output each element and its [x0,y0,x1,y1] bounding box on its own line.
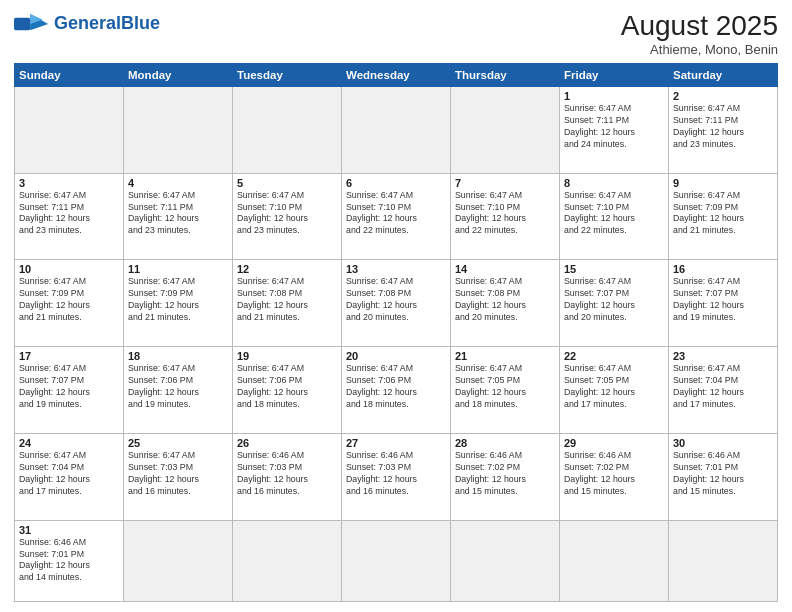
week-row-3: 10Sunrise: 6:47 AM Sunset: 7:09 PM Dayli… [15,260,778,347]
day-number: 21 [455,350,555,362]
day-number: 31 [19,524,119,536]
day-cell: 31Sunrise: 6:46 AM Sunset: 7:01 PM Dayli… [15,520,124,601]
calendar-table: SundayMondayTuesdayWednesdayThursdayFrid… [14,63,778,602]
week-row-2: 3Sunrise: 6:47 AM Sunset: 7:11 PM Daylig… [15,173,778,260]
day-cell: 3Sunrise: 6:47 AM Sunset: 7:11 PM Daylig… [15,173,124,260]
day-info: Sunrise: 6:47 AM Sunset: 7:10 PM Dayligh… [346,190,446,238]
day-number: 26 [237,437,337,449]
day-info: Sunrise: 6:47 AM Sunset: 7:04 PM Dayligh… [673,363,773,411]
day-number: 10 [19,263,119,275]
title-block: August 2025 Athieme, Mono, Benin [621,10,778,57]
day-number: 20 [346,350,446,362]
day-number: 29 [564,437,664,449]
day-cell [342,520,451,601]
day-number: 15 [564,263,664,275]
week-row-5: 24Sunrise: 6:47 AM Sunset: 7:04 PM Dayli… [15,433,778,520]
weekday-tuesday: Tuesday [233,64,342,87]
day-number: 14 [455,263,555,275]
day-cell: 14Sunrise: 6:47 AM Sunset: 7:08 PM Dayli… [451,260,560,347]
day-number: 9 [673,177,773,189]
day-cell: 7Sunrise: 6:47 AM Sunset: 7:10 PM Daylig… [451,173,560,260]
day-cell [451,520,560,601]
day-number: 6 [346,177,446,189]
day-cell: 18Sunrise: 6:47 AM Sunset: 7:06 PM Dayli… [124,347,233,434]
day-cell: 19Sunrise: 6:47 AM Sunset: 7:06 PM Dayli… [233,347,342,434]
day-cell: 29Sunrise: 6:46 AM Sunset: 7:02 PM Dayli… [560,433,669,520]
day-info: Sunrise: 6:46 AM Sunset: 7:02 PM Dayligh… [564,450,664,498]
day-cell: 10Sunrise: 6:47 AM Sunset: 7:09 PM Dayli… [15,260,124,347]
day-number: 13 [346,263,446,275]
day-cell: 8Sunrise: 6:47 AM Sunset: 7:10 PM Daylig… [560,173,669,260]
day-info: Sunrise: 6:47 AM Sunset: 7:09 PM Dayligh… [19,276,119,324]
day-info: Sunrise: 6:47 AM Sunset: 7:06 PM Dayligh… [346,363,446,411]
day-cell [124,520,233,601]
day-number: 19 [237,350,337,362]
day-info: Sunrise: 6:47 AM Sunset: 7:04 PM Dayligh… [19,450,119,498]
day-info: Sunrise: 6:47 AM Sunset: 7:07 PM Dayligh… [564,276,664,324]
week-row-1: 1Sunrise: 6:47 AM Sunset: 7:11 PM Daylig… [15,87,778,174]
day-number: 28 [455,437,555,449]
day-cell: 1Sunrise: 6:47 AM Sunset: 7:11 PM Daylig… [560,87,669,174]
weekday-friday: Friday [560,64,669,87]
day-cell: 2Sunrise: 6:47 AM Sunset: 7:11 PM Daylig… [669,87,778,174]
day-info: Sunrise: 6:47 AM Sunset: 7:08 PM Dayligh… [346,276,446,324]
day-cell: 22Sunrise: 6:47 AM Sunset: 7:05 PM Dayli… [560,347,669,434]
day-cell [15,87,124,174]
page: GeneralBlue August 2025 Athieme, Mono, B… [0,0,792,612]
calendar-subtitle: Athieme, Mono, Benin [621,42,778,57]
day-cell: 15Sunrise: 6:47 AM Sunset: 7:07 PM Dayli… [560,260,669,347]
day-cell: 17Sunrise: 6:47 AM Sunset: 7:07 PM Dayli… [15,347,124,434]
weekday-header-row: SundayMondayTuesdayWednesdayThursdayFrid… [15,64,778,87]
day-info: Sunrise: 6:47 AM Sunset: 7:11 PM Dayligh… [673,103,773,151]
day-number: 16 [673,263,773,275]
weekday-monday: Monday [124,64,233,87]
logo: GeneralBlue [14,10,160,38]
day-cell [560,520,669,601]
day-info: Sunrise: 6:47 AM Sunset: 7:06 PM Dayligh… [237,363,337,411]
day-cell: 27Sunrise: 6:46 AM Sunset: 7:03 PM Dayli… [342,433,451,520]
day-cell: 4Sunrise: 6:47 AM Sunset: 7:11 PM Daylig… [124,173,233,260]
day-cell: 28Sunrise: 6:46 AM Sunset: 7:02 PM Dayli… [451,433,560,520]
day-info: Sunrise: 6:47 AM Sunset: 7:10 PM Dayligh… [237,190,337,238]
day-info: Sunrise: 6:46 AM Sunset: 7:03 PM Dayligh… [237,450,337,498]
week-row-4: 17Sunrise: 6:47 AM Sunset: 7:07 PM Dayli… [15,347,778,434]
weekday-thursday: Thursday [451,64,560,87]
day-info: Sunrise: 6:47 AM Sunset: 7:05 PM Dayligh… [564,363,664,411]
day-number: 5 [237,177,337,189]
day-cell: 13Sunrise: 6:47 AM Sunset: 7:08 PM Dayli… [342,260,451,347]
day-number: 25 [128,437,228,449]
day-number: 23 [673,350,773,362]
day-number: 8 [564,177,664,189]
day-info: Sunrise: 6:47 AM Sunset: 7:10 PM Dayligh… [455,190,555,238]
day-cell: 11Sunrise: 6:47 AM Sunset: 7:09 PM Dayli… [124,260,233,347]
day-cell [669,520,778,601]
day-cell [233,87,342,174]
day-cell: 6Sunrise: 6:47 AM Sunset: 7:10 PM Daylig… [342,173,451,260]
day-number: 3 [19,177,119,189]
header: GeneralBlue August 2025 Athieme, Mono, B… [14,10,778,57]
svg-rect-0 [14,18,30,31]
day-number: 17 [19,350,119,362]
day-cell: 24Sunrise: 6:47 AM Sunset: 7:04 PM Dayli… [15,433,124,520]
day-cell: 21Sunrise: 6:47 AM Sunset: 7:05 PM Dayli… [451,347,560,434]
day-info: Sunrise: 6:46 AM Sunset: 7:03 PM Dayligh… [346,450,446,498]
day-cell: 12Sunrise: 6:47 AM Sunset: 7:08 PM Dayli… [233,260,342,347]
weekday-sunday: Sunday [15,64,124,87]
day-info: Sunrise: 6:47 AM Sunset: 7:08 PM Dayligh… [455,276,555,324]
day-cell: 30Sunrise: 6:46 AM Sunset: 7:01 PM Dayli… [669,433,778,520]
day-info: Sunrise: 6:47 AM Sunset: 7:11 PM Dayligh… [128,190,228,238]
day-number: 11 [128,263,228,275]
day-info: Sunrise: 6:47 AM Sunset: 7:09 PM Dayligh… [673,190,773,238]
day-number: 12 [237,263,337,275]
day-info: Sunrise: 6:47 AM Sunset: 7:11 PM Dayligh… [564,103,664,151]
day-number: 1 [564,90,664,102]
day-number: 22 [564,350,664,362]
day-info: Sunrise: 6:47 AM Sunset: 7:07 PM Dayligh… [19,363,119,411]
day-cell: 9Sunrise: 6:47 AM Sunset: 7:09 PM Daylig… [669,173,778,260]
day-number: 7 [455,177,555,189]
day-cell: 25Sunrise: 6:47 AM Sunset: 7:03 PM Dayli… [124,433,233,520]
day-info: Sunrise: 6:46 AM Sunset: 7:01 PM Dayligh… [673,450,773,498]
day-number: 4 [128,177,228,189]
day-cell: 20Sunrise: 6:47 AM Sunset: 7:06 PM Dayli… [342,347,451,434]
day-info: Sunrise: 6:47 AM Sunset: 7:05 PM Dayligh… [455,363,555,411]
